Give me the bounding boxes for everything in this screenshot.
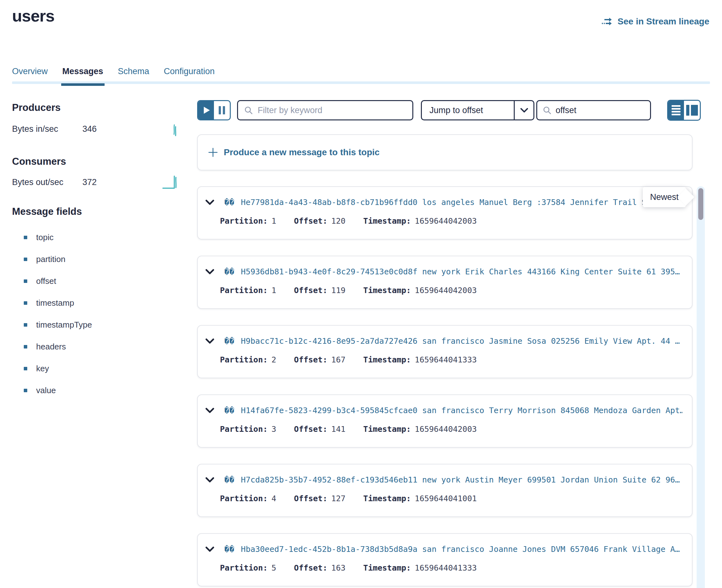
produce-message-button[interactable]: Produce a new message to this topic: [197, 134, 693, 170]
field-label: headers: [36, 342, 66, 352]
binary-glyph-badge: ��: [224, 545, 234, 554]
chevron-down-icon[interactable]: [205, 477, 214, 483]
field-label: timestampType: [36, 320, 92, 330]
bytes-in-label: Bytes in/sec: [12, 124, 82, 134]
message-key: He77981da-4a43-48ab-b8f8-cb71b96ffdd0 lo…: [241, 198, 646, 207]
field-item-topic[interactable]: topic: [12, 233, 145, 243]
message-row[interactable]: �� H7cda825b-35b7-4952-88ef-c193d546eb11…: [197, 464, 693, 517]
tab-bar: Overview Messages Schema Configuration: [12, 66, 214, 86]
field-item-partition[interactable]: partition: [12, 254, 145, 264]
newest-tooltip-label: Newest: [650, 192, 679, 202]
message-row[interactable]: �� H9bacc71c-b12c-4216-8e95-2a7da727e426…: [197, 325, 693, 378]
partition-value: 1: [272, 286, 276, 295]
field-bullet-icon: [24, 389, 27, 392]
message-meta: Partition:3 Offset:141 Timestamp:1659644…: [220, 424, 682, 434]
bytes-out-value: 372: [82, 177, 97, 187]
offset-label: Offset:: [294, 355, 327, 364]
offset-value: 163: [331, 563, 346, 572]
bytes-out-label: Bytes out/sec: [12, 177, 82, 187]
field-label: offset: [36, 276, 56, 286]
pause-button[interactable]: [214, 101, 230, 120]
timestamp-label: Timestamp:: [363, 355, 411, 364]
chevron-down-icon[interactable]: [205, 546, 214, 552]
timestamp-value: 1659644042003: [415, 424, 477, 434]
offset-search-box: [536, 100, 651, 120]
partition-label: Partition:: [220, 355, 268, 364]
timestamp-label: Timestamp:: [363, 286, 411, 295]
timestamp-value: 1659644041001: [415, 494, 477, 503]
field-item-offset[interactable]: offset: [12, 276, 145, 286]
newest-tooltip: Newest: [643, 187, 686, 207]
offset-label: Offset:: [294, 424, 327, 434]
offset-label: Offset:: [294, 494, 327, 503]
field-item-timestamp[interactable]: timestamp: [12, 298, 145, 308]
see-in-stream-lineage-link[interactable]: See in Stream lineage: [601, 17, 709, 27]
field-item-timestamptype[interactable]: timestampType: [12, 320, 145, 330]
message-fields-heading: Message fields: [12, 206, 82, 217]
topic-messages-page: users See in Stream lineage Overview Mes…: [0, 0, 722, 588]
messages-scrollbar-thumb[interactable]: [698, 188, 703, 220]
list-view-icon: [672, 105, 680, 115]
tab-overview[interactable]: Overview: [12, 66, 48, 86]
stream-lineage-icon: [601, 17, 614, 27]
partition-value: 4: [272, 494, 276, 503]
message-row[interactable]: �� He77981da-4a43-48ab-b8f8-cb71b96ffdd0…: [197, 186, 693, 239]
plus-icon: [208, 147, 218, 158]
pause-icon: [219, 106, 225, 114]
keyword-filter-input[interactable]: [258, 105, 407, 115]
see-in-stream-lineage-label: See in Stream lineage: [618, 17, 709, 27]
field-bullet-icon: [24, 236, 27, 239]
offset-search-input[interactable]: [556, 105, 668, 115]
play-icon: [204, 107, 210, 114]
message-key: H7cda825b-35b7-4952-88ef-c193d546eb11 ne…: [241, 475, 680, 484]
list-view-button[interactable]: [668, 101, 684, 120]
field-label: topic: [36, 233, 54, 243]
field-label: partition: [36, 254, 66, 264]
timestamp-label: Timestamp:: [363, 216, 411, 226]
message-row[interactable]: �� H14fa67fe-5823-4299-b3c4-595845cfcae0…: [197, 395, 693, 448]
timestamp-value: 1659644042003: [415, 216, 477, 226]
message-key: H5936db81-b943-4e0f-8c29-74513e0c0d8f ne…: [241, 267, 680, 276]
chevron-down-icon[interactable]: [205, 338, 214, 344]
tab-schema[interactable]: Schema: [118, 66, 149, 86]
binary-glyph-badge: ��: [224, 336, 234, 345]
jump-to-offset-value: Jump to offset: [422, 101, 514, 120]
tab-messages[interactable]: Messages: [62, 66, 103, 86]
messages-scrollbar-track[interactable]: [697, 186, 705, 588]
view-mode-toggle: [667, 100, 701, 121]
message-row[interactable]: �� Hba30eed7-1edc-452b-8b1a-738d3b5d8a9a…: [197, 533, 693, 586]
timestamp-label: Timestamp:: [363, 424, 411, 434]
play-button[interactable]: [198, 101, 214, 120]
field-bullet-icon: [24, 345, 27, 349]
field-item-value[interactable]: value: [12, 385, 145, 395]
column-view-button[interactable]: [684, 101, 700, 120]
binary-glyph-badge: ��: [224, 198, 234, 207]
tab-configuration[interactable]: Configuration: [164, 66, 215, 86]
search-icon: [244, 105, 253, 115]
field-bullet-icon: [24, 367, 27, 370]
message-meta: Partition:4 Offset:127 Timestamp:1659644…: [220, 494, 682, 503]
offset-label: Offset:: [294, 286, 327, 295]
message-key: H14fa67fe-5823-4299-b3c4-595845cfcae0 sa…: [241, 406, 682, 415]
message-row[interactable]: �� H5936db81-b943-4e0f-8c29-74513e0c0d8f…: [197, 256, 693, 309]
jump-to-offset-select[interactable]: Jump to offset: [421, 100, 534, 120]
produce-message-label: Produce a new message to this topic: [224, 147, 380, 158]
field-label: value: [36, 385, 56, 395]
message-key: H9bacc71c-b12c-4216-8e95-2a7da727e426 sa…: [241, 336, 680, 345]
partition-value: 3: [272, 424, 276, 434]
offset-value: 119: [331, 286, 346, 295]
partition-value: 2: [272, 355, 276, 364]
field-label: key: [36, 364, 49, 374]
chevron-down-icon[interactable]: [205, 200, 214, 205]
field-item-key[interactable]: key: [12, 364, 145, 374]
chevron-down-icon[interactable]: [205, 408, 214, 414]
field-item-headers[interactable]: headers: [12, 342, 145, 352]
keyword-filter-box: [237, 100, 413, 120]
field-bullet-icon: [24, 323, 27, 327]
timestamp-value: 1659644041333: [415, 563, 477, 572]
chevron-down-icon: [514, 101, 533, 120]
offset-label: Offset:: [294, 216, 327, 226]
producers-sparkline: [171, 122, 179, 138]
chevron-down-icon[interactable]: [205, 269, 214, 275]
partition-label: Partition:: [220, 424, 268, 434]
